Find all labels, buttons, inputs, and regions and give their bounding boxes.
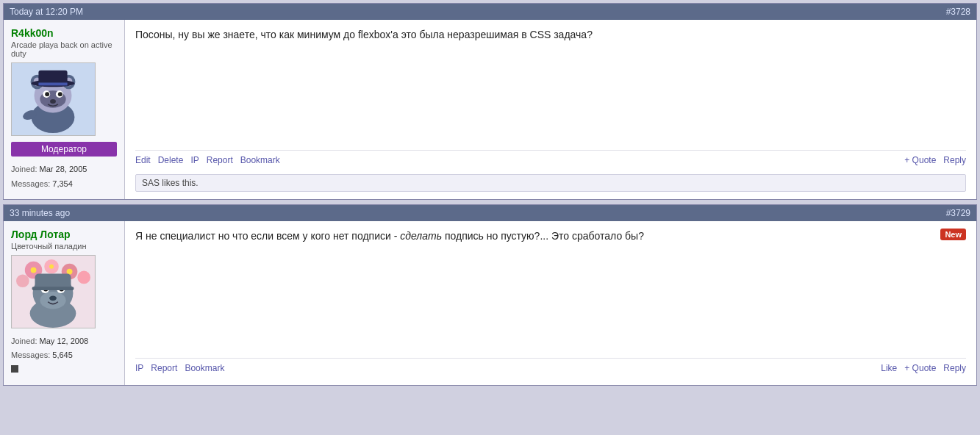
- post-block-3729: 33 minutes ago #3729 Лорд Лотар Цветочны…: [3, 204, 977, 386]
- action-ip-3728[interactable]: IP: [190, 155, 198, 165]
- avatar-3728: [11, 62, 96, 136]
- post-text-italic-3729: сделать: [400, 230, 442, 242]
- action-left-3729: IP Report Bookmark: [135, 363, 224, 373]
- messages-label-3729: Messages:: [11, 350, 50, 359]
- user-title-3728: Arcade playa back on active duty: [11, 40, 117, 58]
- action-like-3729[interactable]: Like: [881, 363, 897, 373]
- post-body-3728: R4kk00n Arcade playa back on active duty: [4, 20, 976, 199]
- action-quote-3728[interactable]: + Quote: [904, 155, 936, 165]
- post-content-area-3728: Посоны, ну вы же знаете, что как минимум…: [125, 20, 976, 199]
- messages-count-3729: 5,645: [52, 350, 73, 359]
- new-badge-3729: New: [940, 229, 966, 240]
- post-text-before-3729: Я не специалист но что если всем у кого …: [135, 230, 400, 242]
- forum-wrapper: Today at 12:20 PM #3728 R4kk00n Arcade p…: [0, 0, 980, 393]
- user-title-3729: Цветочный паладин: [11, 242, 117, 251]
- avatar-3729: [11, 255, 96, 328]
- rep-icon-3729: [11, 365, 18, 373]
- user-meta-3729: Joined: May 12, 2008 Messages: 5,645: [11, 334, 117, 378]
- user-meta-3728: Joined: Mar 28, 2005 Messages: 7,354: [11, 162, 117, 192]
- post-block-3728: Today at 12:20 PM #3728 R4kk00n Arcade p…: [3, 3, 977, 200]
- action-bookmark-3729[interactable]: Bookmark: [185, 363, 224, 373]
- user-sidebar-3729: Лорд Лотар Цветочный паладин: [4, 221, 125, 385]
- action-reply-3728[interactable]: Reply: [943, 155, 966, 165]
- joined-label-3729: Joined:: [11, 337, 37, 345]
- post-actions-3728: Edit Delete IP Report Bookmark + Quote R…: [135, 150, 966, 170]
- svg-point-35: [49, 295, 57, 301]
- post-text-3729: Я не специалист но что если всем у кого …: [135, 229, 644, 251]
- action-right-3728: + Quote Reply: [904, 155, 966, 165]
- action-reply-3729[interactable]: Reply: [943, 363, 966, 373]
- post-body-3729: Лорд Лотар Цветочный паладин: [4, 221, 976, 385]
- svg-point-13: [45, 92, 49, 96]
- svg-point-15: [50, 99, 56, 104]
- svg-rect-9: [38, 82, 67, 85]
- post-timestamp-3728: Today at 12:20 PM: [10, 7, 83, 17]
- action-right-3729: Like + Quote Reply: [881, 363, 966, 373]
- user-sidebar-3728: R4kk00n Arcade playa back on active duty: [4, 20, 125, 199]
- action-edit-3728[interactable]: Edit: [135, 155, 151, 165]
- post-header-3729: 33 minutes ago #3729: [4, 205, 976, 221]
- svg-point-25: [67, 268, 73, 274]
- svg-point-23: [31, 267, 37, 273]
- post-content-area-3729: Я не специалист но что если всем у кого …: [125, 221, 976, 385]
- username-3728[interactable]: R4kk00n: [11, 27, 117, 39]
- joined-label-3728: Joined:: [11, 165, 37, 173]
- action-report-3728[interactable]: Report: [207, 155, 233, 165]
- svg-point-22: [77, 270, 90, 284]
- username-3729[interactable]: Лорд Лотар: [11, 229, 117, 240]
- action-bookmark-3728[interactable]: Bookmark: [240, 155, 280, 165]
- svg-rect-37: [32, 287, 74, 290]
- action-ip-3729[interactable]: IP: [135, 363, 143, 373]
- post-actions-3729: IP Report Bookmark Like + Quote Reply: [135, 358, 966, 378]
- likes-box-3728: SAS likes this.: [135, 174, 966, 192]
- post-header-3728: Today at 12:20 PM #3728: [4, 4, 976, 20]
- post-number-3729: #3729: [946, 208, 970, 218]
- svg-point-14: [58, 92, 62, 96]
- moderator-badge-3728: Модератор: [11, 142, 117, 157]
- messages-label-3728: Messages:: [11, 179, 50, 188]
- post-text-3728: Посоны, ну вы же знаете, что как минимум…: [135, 27, 966, 50]
- action-quote-3729[interactable]: + Quote: [904, 363, 936, 373]
- svg-point-21: [16, 274, 29, 287]
- joined-date-3729: May 12, 2008: [40, 337, 89, 345]
- svg-point-24: [49, 264, 54, 268]
- post-timestamp-3729: 33 minutes ago: [10, 208, 70, 218]
- post-text-after-3729: подпись но пустую?... Это сработало бы?: [442, 230, 644, 242]
- messages-count-3728: 7,354: [52, 179, 73, 188]
- action-delete-3728[interactable]: Delete: [158, 155, 184, 165]
- post-number-3728: #3728: [946, 7, 970, 17]
- action-left-3728: Edit Delete IP Report Bookmark: [135, 155, 280, 165]
- action-report-3729[interactable]: Report: [151, 363, 177, 373]
- joined-date-3728: Mar 28, 2005: [40, 165, 87, 173]
